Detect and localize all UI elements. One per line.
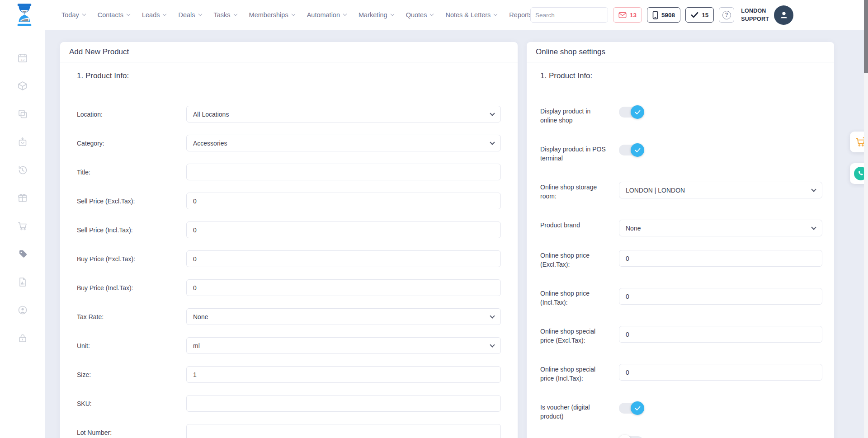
location-select[interactable]: All Locations: [186, 106, 501, 122]
category-select[interactable]: Accessories: [186, 135, 501, 151]
cube-icon[interactable]: [17, 80, 28, 91]
is-voucher-toggle[interactable]: [619, 403, 643, 414]
nav-contacts[interactable]: Contacts: [98, 11, 130, 19]
history-icon[interactable]: [17, 165, 28, 175]
calls-badge[interactable]: 5908: [647, 7, 680, 23]
person-icon: [779, 10, 789, 20]
chevron-down-icon: [291, 12, 295, 16]
nav-deals[interactable]: Deals: [178, 11, 201, 19]
sku-input[interactable]: [186, 395, 501, 412]
envelope-icon: [618, 12, 627, 19]
special-price-excl-input[interactable]: [619, 326, 822, 343]
nav-quotes[interactable]: Quotes: [406, 11, 434, 19]
field-row-shop-price-excl: Online shop price (Excl.Tax):: [540, 250, 822, 274]
calls-count: 5908: [661, 12, 675, 19]
chevron-down-icon: [490, 111, 495, 116]
sell-price-incl-input[interactable]: [186, 221, 501, 238]
storage-room-select[interactable]: LONDON | LONDON: [619, 182, 822, 198]
field-label: Tax Rate:: [77, 313, 186, 320]
field-row-sell-price-excl: Sell Price (Excl.Tax):: [77, 193, 501, 209]
vertical-scrollbar[interactable]: [864, 0, 868, 438]
display-pos-toggle[interactable]: [619, 145, 643, 155]
user-name: LONDON SUPPORT: [741, 7, 769, 23]
chevron-down-icon: [494, 12, 497, 16]
search-input[interactable]: [531, 8, 608, 22]
field-label: Display product in online shop: [540, 106, 606, 125]
chevron-down-icon: [198, 12, 202, 16]
main-nav: Today Contacts Leads Deals Tasks Members…: [61, 11, 565, 19]
chevron-down-icon: [811, 187, 816, 192]
field-label: Online shop price (Incl.Tax):: [540, 288, 606, 307]
field-label: Online shop storage room:: [540, 182, 606, 201]
field-label: SKU:: [77, 400, 186, 407]
special-price-incl-input[interactable]: [619, 364, 822, 381]
chevron-down-icon: [430, 12, 434, 16]
price-tag-icon[interactable]: [17, 249, 28, 259]
help-button[interactable]: ?: [719, 7, 734, 23]
app-header: Today Contacts Leads Deals Tasks Members…: [0, 0, 868, 30]
product-brand-select[interactable]: None: [619, 220, 822, 236]
display-online-shop-toggle[interactable]: [619, 107, 643, 118]
avatar[interactable]: [774, 5, 793, 25]
gift-icon[interactable]: [17, 193, 28, 203]
field-row-title: Title:: [77, 164, 501, 180]
field-row-special-price-incl: Online shop special price (Incl.Tax):: [540, 364, 822, 388]
field-label: Sell Price (Excl.Tax):: [77, 198, 186, 205]
nav-memberships[interactable]: Memberships: [249, 11, 295, 19]
chevron-down-icon: [490, 140, 495, 145]
bag-icon[interactable]: [17, 137, 28, 147]
buy-price-excl-input[interactable]: [186, 250, 501, 267]
buy-price-incl-input[interactable]: [186, 279, 501, 296]
chevron-down-icon: [490, 342, 495, 347]
tasks-badge[interactable]: 15: [685, 7, 714, 23]
copy-icon[interactable]: [17, 108, 28, 119]
app-logo-hourglass-icon[interactable]: [14, 4, 35, 26]
field-label: Product brand: [540, 220, 606, 230]
size-input[interactable]: [186, 366, 501, 383]
cutoff-toggle[interactable]: [619, 436, 643, 438]
chevron-down-icon: [233, 12, 237, 16]
title-input[interactable]: [186, 164, 501, 180]
tax-rate-select[interactable]: None: [186, 308, 501, 325]
field-label: Title:: [77, 169, 186, 176]
scrollbar-thumb[interactable]: [864, 0, 868, 73]
toggle-knob: [618, 435, 632, 438]
nav-tasks[interactable]: Tasks: [214, 11, 237, 19]
field-label: Buy Price (Incl.Tax):: [77, 284, 186, 292]
field-row-buy-price-incl: Buy Price (Incl.Tax):: [77, 279, 501, 296]
shop-price-incl-input[interactable]: [619, 288, 822, 305]
shop-price-excl-input[interactable]: [619, 250, 822, 267]
nav-marketing[interactable]: Marketing: [359, 11, 394, 19]
report-icon[interactable]: [17, 277, 28, 287]
nav-notes-letters[interactable]: Notes & Letters: [445, 11, 497, 19]
tasks-count: 15: [702, 12, 708, 19]
field-label: Is voucher (digital product): [540, 402, 606, 421]
lock-icon[interactable]: [17, 333, 28, 344]
add-product-title: Add New Product: [60, 42, 518, 62]
nav-automation[interactable]: Automation: [307, 11, 346, 19]
toggle-row-is-voucher: Is voucher (digital product): [540, 402, 822, 426]
chevron-down-icon: [163, 12, 166, 16]
calendar-icon[interactable]: 12: [17, 52, 28, 63]
toggle-row-cutoff: [540, 435, 822, 438]
nav-leads[interactable]: Leads: [142, 11, 166, 19]
field-row-size: Size:: [77, 366, 501, 383]
field-label: Category:: [77, 140, 186, 147]
nav-today[interactable]: Today: [61, 11, 85, 19]
field-row-lot-number: Lot Number:: [77, 424, 501, 438]
toggle-knob: [631, 105, 644, 119]
unit-select[interactable]: ml: [186, 337, 501, 354]
lot-number-input[interactable]: [186, 424, 501, 438]
cart-icon[interactable]: [17, 221, 28, 231]
field-row-category: Category: Accessories: [77, 135, 501, 151]
account-icon[interactable]: [17, 305, 28, 316]
toggle-row-display-online-shop: Display product in online shop: [540, 106, 822, 130]
chevron-down-icon: [390, 12, 394, 16]
chevron-down-icon: [343, 12, 347, 16]
search-box: [530, 7, 608, 23]
svg-text:12: 12: [21, 58, 25, 62]
messages-badge[interactable]: 13: [613, 7, 642, 23]
sell-price-excl-input[interactable]: [186, 193, 501, 209]
field-label: Location:: [77, 111, 186, 118]
chevron-down-icon: [127, 12, 130, 16]
